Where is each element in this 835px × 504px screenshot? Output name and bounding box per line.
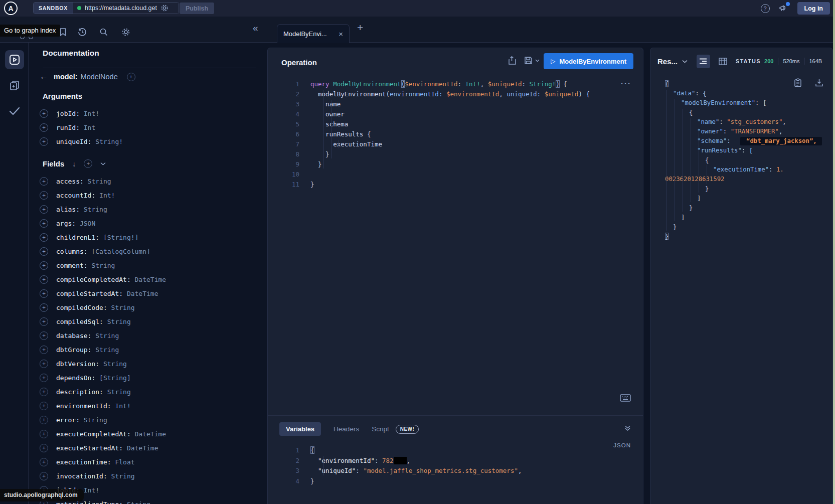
field-type[interactable]: JSON (76, 220, 95, 227)
share-icon[interactable] (508, 56, 516, 65)
field-name[interactable]: alias: (56, 206, 80, 213)
response-title[interactable]: Res... (657, 57, 678, 66)
help-icon[interactable]: ? (761, 4, 770, 13)
add-to-query-icon[interactable]: + (40, 317, 48, 326)
add-field-icon[interactable]: + (127, 73, 135, 81)
save-button[interactable] (524, 56, 540, 65)
field-name[interactable]: childrenL1: (56, 234, 99, 241)
announcements-button[interactable] (779, 4, 788, 13)
keyboard-shortcuts-icon[interactable] (620, 394, 631, 402)
add-to-query-icon[interactable]: + (40, 331, 48, 340)
sort-icon[interactable]: ↓ (72, 160, 76, 168)
field-name[interactable]: accountId: (56, 192, 95, 199)
add-to-query-icon[interactable]: + (40, 303, 48, 312)
field-type[interactable]: Int! (95, 192, 115, 199)
add-to-query-icon[interactable]: + (40, 388, 48, 396)
field-name[interactable]: database: (56, 332, 91, 340)
field-name[interactable]: dbtGroup: (56, 346, 91, 354)
add-to-query-icon[interactable]: + (40, 346, 48, 354)
field-type[interactable]: [String!] (99, 234, 138, 241)
add-all-fields-icon[interactable]: + (84, 159, 92, 168)
add-to-query-icon[interactable]: + (40, 109, 48, 118)
field-type[interactable]: Int! (111, 402, 131, 410)
add-to-query-icon[interactable]: + (40, 275, 48, 284)
field-name[interactable]: access: (56, 178, 84, 185)
editor-more-menu-icon[interactable]: ··· (621, 79, 631, 88)
field-type[interactable]: DateTime (131, 276, 166, 283)
field-type[interactable]: Float (111, 458, 135, 466)
add-to-query-icon[interactable]: + (40, 430, 48, 438)
field-type[interactable]: Int! (80, 110, 99, 117)
add-to-query-icon[interactable]: + (40, 219, 48, 228)
tab-modelbyenvironment[interactable]: ModelByEnvi... × (277, 24, 350, 43)
add-to-query-icon[interactable]: + (40, 444, 48, 452)
field-name[interactable]: compileCompletedAt: (56, 276, 131, 283)
response-editor[interactable]: {"data": {"modelByEnvironment": [{"name"… (662, 79, 830, 241)
variables-editor[interactable]: 1{2 "environmentId": 782,3 "uniqueId": "… (281, 445, 638, 486)
tab-headers[interactable]: Headers (333, 422, 359, 436)
endpoint-url-field[interactable]: https://metadata.cloud.get (73, 3, 179, 14)
field-name[interactable]: comment: (56, 262, 88, 269)
add-to-query-icon[interactable]: + (40, 472, 48, 480)
field-name[interactable]: dbtVersion: (56, 360, 99, 368)
add-to-query-icon[interactable]: + (40, 289, 48, 298)
login-button[interactable]: Log in (797, 2, 830, 15)
chevron-down-icon[interactable] (100, 162, 106, 165)
history-icon[interactable] (78, 28, 87, 37)
publish-button[interactable]: Publish (180, 3, 214, 14)
add-to-query-icon[interactable]: + (40, 177, 48, 186)
field-name[interactable]: description: (56, 388, 103, 396)
add-to-query-icon[interactable]: + (40, 374, 48, 382)
field-name[interactable]: executeStartedAt: (56, 444, 123, 452)
field-name[interactable]: runId: (56, 124, 80, 131)
sidebar-item-checklist[interactable] (5, 101, 24, 120)
tab-script[interactable]: Script (372, 422, 389, 436)
field-type[interactable]: String (84, 178, 111, 185)
new-tab-icon[interactable]: + (357, 22, 363, 34)
field-type[interactable]: Int (80, 124, 95, 131)
add-to-query-icon[interactable]: + (40, 458, 48, 466)
settings-gear-icon[interactable] (121, 28, 130, 37)
field-type[interactable]: String (91, 346, 119, 354)
field-type[interactable]: DateTime (131, 430, 166, 438)
breadcrumb-type[interactable]: ModelNode (81, 73, 118, 81)
add-to-query-icon[interactable]: + (40, 137, 48, 146)
field-type[interactable]: String (80, 416, 107, 424)
add-to-query-icon[interactable]: + (40, 205, 48, 214)
prettify-view-button[interactable] (697, 55, 710, 68)
field-type[interactable]: String (103, 388, 131, 396)
field-type[interactable]: String (107, 304, 135, 311)
field-type[interactable]: DateTime (123, 290, 158, 297)
sidebar-item-schema[interactable] (5, 76, 24, 95)
field-type[interactable]: String (123, 500, 150, 504)
collapse-sidebar-icon[interactable]: « (253, 23, 258, 34)
field-name[interactable]: invocationId: (56, 472, 107, 480)
field-name[interactable]: args: (56, 220, 76, 227)
add-to-query-icon[interactable]: + (40, 191, 48, 200)
back-arrow-icon[interactable]: ← (40, 72, 54, 82)
field-type[interactable]: String! (91, 138, 123, 145)
field-type[interactable]: String (99, 360, 127, 368)
add-to-query-icon[interactable]: + (40, 233, 48, 242)
field-type[interactable]: String (103, 318, 131, 325)
field-name[interactable]: error: (56, 416, 80, 424)
field-name[interactable]: uniqueId: (56, 138, 91, 145)
operation-editor[interactable]: 1query ModelByEnvironment($environmentId… (281, 79, 638, 190)
field-type[interactable]: [CatalogColumn] (88, 248, 150, 255)
field-name[interactable]: dependsOn: (56, 374, 95, 382)
field-type[interactable]: DateTime (123, 444, 158, 452)
collapse-panel-icon[interactable] (624, 425, 631, 431)
add-to-query-icon[interactable]: + (40, 261, 48, 270)
add-to-query-icon[interactable]: + (40, 416, 48, 424)
field-name[interactable]: compiledSql: (56, 318, 103, 325)
field-type[interactable]: [String] (95, 374, 130, 382)
field-name[interactable]: executionTime: (56, 458, 111, 466)
chevron-down-icon[interactable] (682, 60, 688, 63)
tab-variables[interactable]: Variables (279, 422, 321, 436)
add-to-query-icon[interactable]: + (40, 123, 48, 132)
sidebar-item-explorer[interactable] (5, 50, 24, 69)
field-name[interactable]: compiledCode: (56, 304, 107, 311)
endpoint-settings-gear-icon[interactable] (160, 4, 169, 12)
field-name[interactable]: environmentId: (56, 402, 111, 410)
add-to-query-icon[interactable]: + (40, 247, 48, 256)
